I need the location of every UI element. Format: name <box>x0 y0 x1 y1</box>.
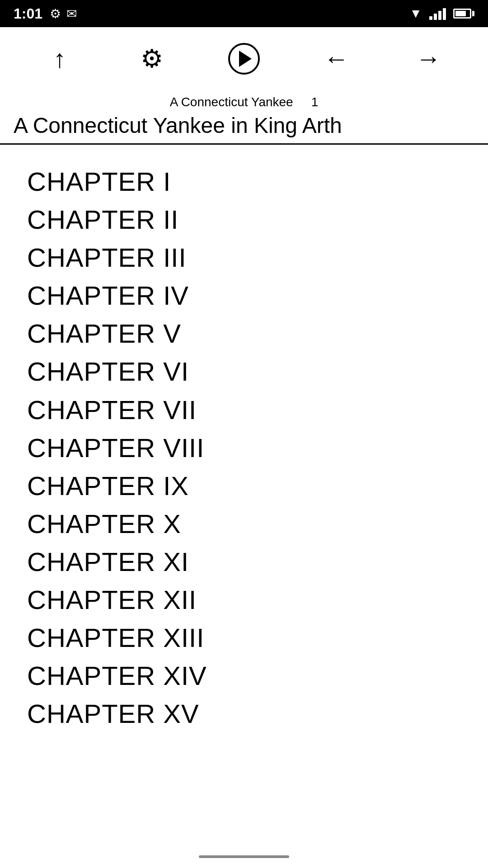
status-bar: 1:01 ⚙ ✉ ▼ <box>0 0 488 27</box>
wifi-icon: ▼ <box>409 6 422 21</box>
chapter-item[interactable]: CHAPTER IX <box>27 467 461 505</box>
play-triangle-icon <box>239 51 252 67</box>
chapter-item[interactable]: CHAPTER XIII <box>27 619 461 657</box>
chapter-item[interactable]: CHAPTER XI <box>27 543 461 581</box>
chapter-item[interactable]: CHAPTER XV <box>27 695 461 733</box>
status-time: 1:01 <box>14 5 42 22</box>
back-button[interactable]: ← <box>318 41 354 77</box>
signal-icon <box>429 7 446 20</box>
chapter-item[interactable]: CHAPTER XIV <box>27 657 461 695</box>
status-bar-left: 1:01 ⚙ ✉ <box>14 5 77 22</box>
play-button[interactable] <box>226 41 262 77</box>
chapter-item[interactable]: CHAPTER VIII <box>27 429 461 467</box>
chapter-list: CHAPTER ICHAPTER IICHAPTER IIICHAPTER IV… <box>0 145 488 760</box>
settings-status-icon: ⚙ <box>50 6 61 21</box>
book-title-small: A Connecticut Yankee <box>170 95 293 109</box>
up-button[interactable]: ↑ <box>42 41 78 77</box>
battery-icon <box>453 9 474 19</box>
bottom-bar <box>0 845 488 868</box>
book-header: A Connecticut Yankee 1 A Connecticut Yan… <box>0 90 488 145</box>
book-page-number: 1 <box>311 95 319 109</box>
chapter-item[interactable]: CHAPTER VII <box>27 391 461 429</box>
gmail-status-icon: ✉ <box>66 6 77 21</box>
chapter-item[interactable]: CHAPTER XII <box>27 581 461 619</box>
settings-button[interactable]: ⚙ <box>134 41 170 77</box>
forward-button[interactable]: → <box>410 41 446 77</box>
status-icons: ⚙ ✉ <box>50 6 77 21</box>
chapter-item[interactable]: CHAPTER VI <box>27 353 461 391</box>
chapter-item[interactable]: CHAPTER X <box>27 505 461 543</box>
book-title-large: A Connecticut Yankee in King Arth <box>14 113 474 143</box>
toolbar: ↑ ⚙ ← → <box>0 27 488 90</box>
status-bar-right: ▼ <box>409 6 474 21</box>
forward-arrow-icon: → <box>416 46 441 71</box>
chapter-item[interactable]: CHAPTER V <box>27 315 461 353</box>
book-header-top: A Connecticut Yankee 1 <box>14 95 474 109</box>
chapter-item[interactable]: CHAPTER IV <box>27 277 461 315</box>
home-indicator <box>199 855 289 858</box>
chapter-item[interactable]: CHAPTER I <box>27 163 461 201</box>
chapter-item[interactable]: CHAPTER II <box>27 201 461 239</box>
chapter-item[interactable]: CHAPTER III <box>27 239 461 277</box>
gear-icon: ⚙ <box>141 46 163 71</box>
back-arrow-icon: ← <box>324 46 349 71</box>
up-arrow-icon: ↑ <box>53 46 66 71</box>
play-circle-icon <box>228 43 260 75</box>
